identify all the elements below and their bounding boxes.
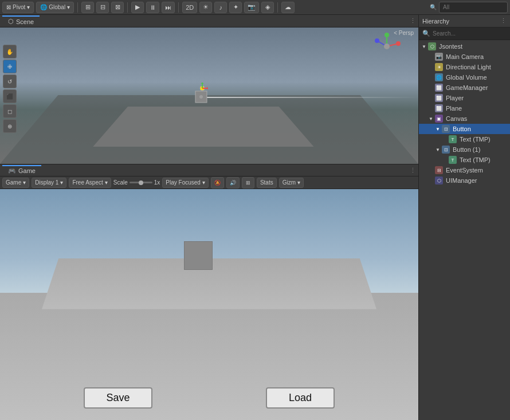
svg-marker-16 (207, 87, 208, 90)
hierarchy-item-label: Plane (446, 105, 462, 112)
game-background: Save Load (0, 189, 418, 420)
hierarchy-toggle[interactable] (428, 105, 434, 111)
audio-game-button[interactable]: 🔊 (226, 177, 240, 189)
search-input[interactable] (439, 2, 508, 13)
scene-gizmo (372, 32, 401, 61)
hierarchy-item-directional-light[interactable]: ☀Directional Light (419, 62, 510, 72)
hierarchy-item-ui-manager[interactable]: ⬡UIManager (419, 175, 510, 186)
hierarchy-item-label: Main Camera (446, 53, 484, 60)
chevron-down-icon: ▾ (67, 4, 70, 10)
hierarchy-toggle[interactable] (428, 167, 434, 173)
play-button[interactable]: ▶ (131, 2, 144, 13)
hierarchy-toggle[interactable]: ▼ (428, 116, 434, 121)
svg-point-11 (199, 95, 203, 99)
hierarchy-toggle[interactable]: ▼ (435, 126, 441, 132)
game-menu-dots[interactable]: ⋮ (410, 167, 416, 174)
grid-button[interactable]: ⊟ (96, 2, 109, 13)
canvas-icon: ▣ (435, 115, 443, 123)
hierarchy-item-event-system[interactable]: ⊟EventSystem (419, 165, 510, 175)
snap-button[interactable]: ⊠ (111, 2, 124, 13)
hierarchy-item-label: UIManager (446, 177, 477, 184)
resolution-button[interactable]: ⊞ (242, 177, 254, 189)
hierarchy-item-text-tmp-2[interactable]: TText (TMP) (419, 155, 510, 165)
hierarchy-item-label: Player (446, 95, 464, 101)
load-game-button[interactable]: Load (266, 387, 335, 409)
gizmos-button[interactable]: Gizm ▾ (279, 178, 304, 188)
global-icon: 🌐 (40, 4, 47, 10)
hierarchy-toggle[interactable] (428, 74, 434, 80)
hierarchy-item-button-1[interactable]: ▼⊡Button (1) (419, 144, 510, 155)
transform-tool-button[interactable]: ⊞ (81, 2, 94, 13)
effects-button[interactable]: ✦ (229, 2, 242, 13)
hierarchy-item-label: GameManager (446, 84, 488, 91)
hierarchy-item-button[interactable]: ▼⊡Button (419, 124, 510, 134)
hierarchy-toggle[interactable] (428, 95, 434, 101)
scene-camera-button[interactable]: 📷 (244, 2, 259, 13)
transform-tool-button[interactable]: ⊕ (3, 119, 17, 133)
hierarchy-item-text-tmp-1[interactable]: TText (TMP) (419, 134, 510, 144)
gizmo-button[interactable]: ◈ (261, 2, 274, 13)
stats-button[interactable]: Stats (257, 178, 277, 188)
save-game-button[interactable]: Save (84, 387, 152, 409)
audio-button[interactable]: ♪ (214, 2, 227, 13)
btn-icon: ⊡ (442, 125, 450, 133)
2d-button[interactable]: 2D (182, 2, 197, 13)
hand-tool-button[interactable]: ✋ (3, 45, 17, 58)
hierarchy-item-label: Jsontest (439, 43, 462, 50)
hierarchy-toggle[interactable] (442, 157, 448, 163)
lighting-button[interactable]: ☀ (199, 2, 212, 13)
chevron-down-icon: ▾ (60, 179, 63, 186)
hierarchy-item-global-volume[interactable]: 🌐Global Volume (419, 72, 510, 83)
hierarchy-item-canvas[interactable]: ▼▣Canvas (419, 113, 510, 124)
play-focused-dropdown[interactable]: Play Focused ▾ (162, 178, 209, 188)
btn-icon: ⊡ (442, 146, 450, 154)
hierarchy-search-input[interactable] (433, 30, 507, 37)
top-toolbar: ⊠ Pivot ▾ 🌐 Global ▾ ⊞ ⊟ ⊠ ▶ ⏸ ⏭ 2D ☀ ♪ … (0, 0, 510, 15)
global-button[interactable]: 🌐 Global ▾ (36, 2, 74, 13)
transform-handle (197, 83, 208, 95)
display-dropdown[interactable]: Display 1 ▾ (32, 178, 66, 188)
scale-tool-button[interactable]: ⬛ (3, 89, 17, 103)
game-tab[interactable]: 🎮 Game (2, 165, 41, 176)
hierarchy-item-jsontest[interactable]: ▼⬡Jsontest (419, 41, 510, 52)
hierarchy-menu-icon[interactable]: ⋮ (500, 17, 507, 25)
cloud-button[interactable]: ☁ (281, 2, 295, 13)
game-dropdown[interactable]: Game ▾ (2, 178, 29, 188)
hierarchy-item-game-manager[interactable]: ⬜GameManager (419, 83, 510, 93)
globe-icon: 🌐 (435, 73, 443, 81)
scene-tab[interactable]: ⬡ Scene (2, 15, 40, 26)
pause-button[interactable]: ⏸ (146, 2, 159, 13)
scene-menu-dots[interactable]: ⋮ (410, 17, 416, 25)
aspect-dropdown[interactable]: Free Aspect ▾ (69, 178, 111, 188)
hierarchy-item-player[interactable]: ⬜Player (419, 93, 510, 103)
svg-marker-14 (201, 83, 204, 84)
scale-slider-track[interactable] (130, 182, 152, 183)
ui-icon: ⬡ (435, 176, 443, 185)
hierarchy-item-main-camera[interactable]: 📷Main Camera (419, 52, 510, 62)
hierarchy-toggle[interactable] (442, 136, 448, 142)
hierarchy-toggle[interactable] (428, 64, 434, 70)
hierarchy-item-label: EventSystem (446, 167, 483, 174)
rect-tool-button[interactable]: ◻ (3, 104, 17, 118)
step-button[interactable]: ⏭ (162, 2, 175, 13)
mute-button[interactable]: 🔕 (211, 177, 224, 189)
move-tool-button[interactable]: ✙ (3, 60, 17, 73)
chevron-down-icon: ▾ (27, 4, 30, 10)
pivot-button[interactable]: ⊠ Pivot ▾ (2, 2, 34, 13)
obj-icon: ⬜ (435, 84, 443, 92)
hierarchy-toggle[interactable]: ▼ (421, 44, 427, 49)
scene-icon: ⬡ (428, 42, 436, 50)
rotate-tool-button[interactable]: ↺ (3, 74, 17, 88)
scene-icon: ⬡ (8, 18, 14, 25)
hierarchy-toggle[interactable]: ▼ (435, 147, 441, 152)
hierarchy-toggle[interactable] (428, 178, 434, 183)
hierarchy-title: Hierarchy (422, 18, 449, 25)
text-icon: T (449, 135, 457, 143)
text-icon: T (449, 156, 457, 164)
main-content: ⬡ Scene ⋮ < Persp (0, 15, 510, 420)
game-controls-bar: Game ▾ Display 1 ▾ Free Aspect ▾ Scale 1… (0, 176, 418, 189)
hierarchy-toggle[interactable] (428, 85, 434, 91)
hierarchy-toggle[interactable] (428, 54, 434, 60)
hierarchy-item-plane[interactable]: ⬜Plane (419, 103, 510, 113)
svg-point-1 (396, 41, 401, 46)
